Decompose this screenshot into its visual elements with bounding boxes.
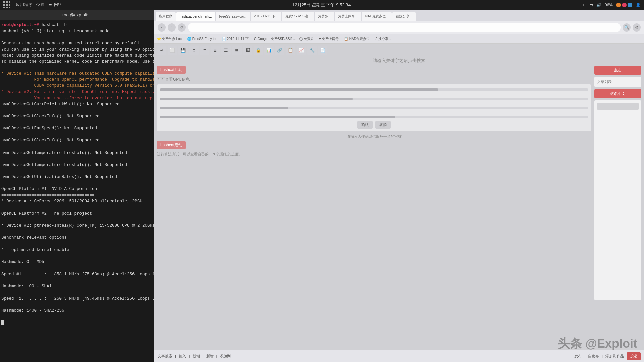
browser-center-content: hashcat启动 可可查看GPU信息 — — — <box>157 66 591 300</box>
taskbar-datetime: 12月25日 星期三 下午 9:52:34 <box>292 2 351 8</box>
tool-icon-1[interactable]: ↩ <box>157 46 166 55</box>
tool-icon-6[interactable]: ≣ <box>211 46 220 55</box>
watermark: 头条 @Exploit <box>558 336 637 352</box>
bookmark-google[interactable]: G Google <box>254 37 268 41</box>
taskbar-volume[interactable]: 🔊 <box>596 3 601 7</box>
cancel-button[interactable]: 取消 <box>375 121 391 129</box>
taskbar-battery: 96% <box>605 3 613 7</box>
taskbar-places-menu[interactable]: 位置 <box>36 2 44 8</box>
browser-tab-tech[interactable]: 在技分享... <box>392 12 415 21</box>
tool-icon-3[interactable]: 💾 <box>178 46 188 55</box>
terminal-titlebar: + root@exploit: ~ <box>0 10 154 20</box>
hashcat-launch-button-1[interactable]: hashcat启动 <box>157 66 186 74</box>
browser-tab-free1[interactable]: 免费多... <box>315 12 334 21</box>
terminal-title: root@exploit: ~ <box>62 12 92 17</box>
terminal-content[interactable]: root@exploit:~# hashcat -b hashcat (v5.1… <box>0 20 154 362</box>
gpu-progress-text: 进行算法测试，可以查看自己的GPU的跑包的进度。 <box>157 152 591 157</box>
submit-button[interactable]: 投递 <box>627 352 641 360</box>
progress-bar-2 <box>160 98 588 100</box>
progress-bars-container: — — — 确认 取消 <box>157 84 591 131</box>
panel-scroll-area <box>594 100 641 300</box>
bookmark-free3[interactable]: ♥ 免费上网号... <box>319 37 341 41</box>
tool-icon-7[interactable]: ☰ <box>221 46 231 55</box>
tool-icon-14[interactable]: 📈 <box>297 46 306 55</box>
progress-bar-fill-4 <box>160 116 395 118</box>
tool-icon-2[interactable]: ⬜ <box>168 46 177 55</box>
hashcat-launch-button-2[interactable]: hashcat启动 <box>157 141 186 149</box>
dot-orange <box>616 3 621 7</box>
browser-main-layout: hashcat启动 可可查看GPU信息 — — — <box>157 66 641 300</box>
apps-grid-icon <box>3 1 11 9</box>
bookmark-loc[interactable]: ⭐ 免费节点 Loc... <box>157 37 184 41</box>
bookmark-github[interactable]: ◯ 免费多... <box>299 37 316 41</box>
browser-tab-nad[interactable]: NAD免费点位... <box>362 12 392 21</box>
progress-bar-1 <box>160 88 588 91</box>
panel-red-bottom[interactable]: 签名中文 <box>594 89 641 98</box>
taskbar-right: 1 ⇆ 🔊 96% 👤 <box>581 3 641 7</box>
tool-icon-4[interactable]: ⚙ <box>189 46 199 55</box>
tool-icon-16[interactable]: 📄 <box>318 46 327 55</box>
page-search-title: 请输入关键字之后点击搜索 <box>157 58 641 64</box>
browser-overlay: 应用程序 hashcat benchmark... FreeSS·Easy·to… <box>154 10 644 362</box>
nav-search-button[interactable]: 🔍 <box>623 23 631 32</box>
tool-icon-11[interactable]: 📊 <box>264 46 274 55</box>
browser-tools-row: ↩ ⬜ 💾 ⚙ ≡ ≣ ☰ ⊞ 🖼 🔒 📊 🔗 📋 📈 🔧 📄 <box>157 46 641 55</box>
progress-label-3: — <box>160 111 588 114</box>
tool-icon-13[interactable]: 📋 <box>286 46 295 55</box>
browser-tab-free2[interactable]: 免费上网号... <box>335 12 361 21</box>
tool-icon-12[interactable]: 🔗 <box>275 46 284 55</box>
tool-icon-8[interactable]: ⊞ <box>232 46 241 55</box>
scroll-indicator[interactable] <box>597 103 639 110</box>
dot-blue <box>628 3 632 7</box>
browser-tab-hashcat[interactable]: hashcat benchmark... <box>176 12 215 21</box>
nav-back-button[interactable]: ‹ <box>158 23 166 32</box>
tool-icon-10[interactable]: 🔒 <box>254 46 263 55</box>
bottom-option-addwork[interactable]: 添加到作品 <box>605 354 624 359</box>
bookmark-nad[interactable]: 📋 NAD免费点位... <box>344 37 372 41</box>
taskbar-arrows: ⇆ <box>590 3 593 7</box>
tool-icon-15[interactable]: 🔧 <box>307 46 317 55</box>
nav-forward-button[interactable]: › <box>168 23 176 32</box>
tool-icon-9[interactable]: 🖼 <box>243 46 252 55</box>
bookmark-freess[interactable]: 🌐 FreeSS·Easy·tor... <box>187 37 219 41</box>
dot-pink <box>622 3 627 7</box>
browser-url-bar[interactable] <box>188 23 621 32</box>
browser-tab-ssr[interactable]: 免费SSR/SS注... <box>282 12 314 21</box>
submit-hint-text: 请输入大作品以供服务平台的审核 <box>157 134 591 139</box>
bottom-option-add1[interactable]: 新增 <box>193 354 200 359</box>
progress-bar-fill-2 <box>160 98 353 100</box>
bottom-option-addto[interactable]: 添加到... <box>220 354 234 359</box>
bottom-option-add2[interactable]: 新增 <box>206 354 214 359</box>
bookmark-date[interactable]: 📄 2019-11-11 下... <box>222 37 251 41</box>
browser-toolbar: ‹ › ↻ 🔍 ⚙ <box>154 21 644 34</box>
browser-tab-freess[interactable]: FreeSS·Easy·tor... <box>216 12 250 21</box>
confirm-btn-row: 确认 取消 <box>160 121 588 129</box>
nav-settings-button[interactable]: ⚙ <box>633 23 641 32</box>
bookmark-tech[interactable]: 在技分享... <box>375 37 391 41</box>
tools-row-container: ↩ ⬜ 💾 ⚙ ≡ ≣ ☰ ⊞ 🖼 🔒 📊 🔗 📋 📈 🔧 📄 请输入关键字之后… <box>154 44 644 300</box>
bottom-option-input[interactable]: 输入 <box>179 354 186 359</box>
browser-right-panel: 点击 文章列表 签名中文 <box>594 66 641 300</box>
browser-tab-date[interactable]: 2019-11-11 下... <box>251 12 281 21</box>
progress-label-2: — <box>160 102 588 105</box>
progress-label-1: — <box>160 93 588 96</box>
taskbar-dots <box>616 3 632 7</box>
tool-icon-5[interactable]: ≡ <box>200 46 209 55</box>
bottom-text-option: 文字搜索 <box>158 354 172 359</box>
taskbar-apps-menu[interactable]: 应用程序 <box>16 2 32 8</box>
bottom-option-publish[interactable]: 发布 <box>574 354 582 359</box>
browser-tab-apps[interactable]: 应用程序 <box>156 12 176 21</box>
nav-refresh-button[interactable]: ↻ <box>178 23 186 32</box>
bookmark-ssr[interactable]: 免费SSR/SS注... <box>271 37 296 41</box>
confirm-button[interactable]: 确认 <box>357 121 373 129</box>
bottom-separator-6: | <box>602 354 603 358</box>
terminal-window: + root@exploit: ~ root@exploit:~# hashca… <box>0 10 154 362</box>
panel-article-list: 文章列表 <box>594 77 641 87</box>
progress-bar-fill-1 <box>160 88 438 91</box>
progress-bar-3 <box>160 107 588 109</box>
panel-red-top[interactable]: 点击 <box>594 66 641 75</box>
taskbar-network-menu[interactable]: ☰ 网络 <box>48 2 62 8</box>
add-tab-button[interactable]: + <box>3 12 6 18</box>
bottom-option-selfpub[interactable]: 自发布 <box>588 354 599 359</box>
taskbar-user-icon[interactable]: 👤 <box>636 3 641 7</box>
